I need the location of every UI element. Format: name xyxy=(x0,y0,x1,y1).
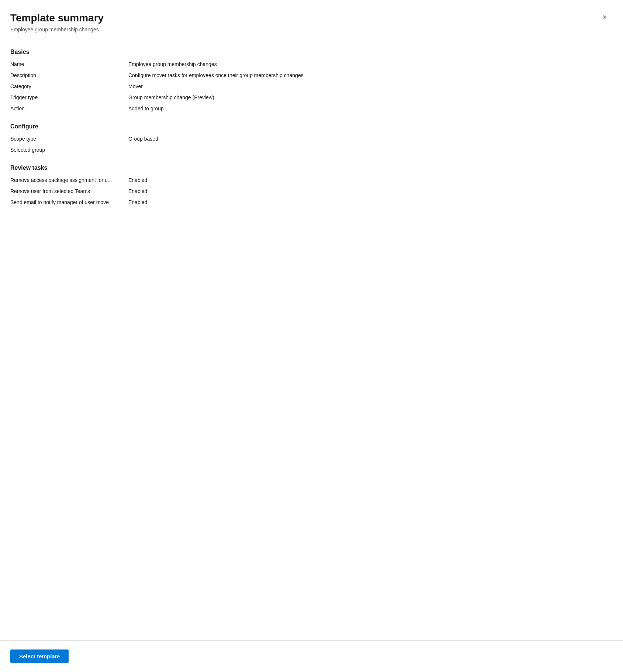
configure-selected-group-row: Selected group xyxy=(10,147,608,153)
basics-category-label: Category xyxy=(10,83,128,89)
configure-scope-type-row: Scope type Group based xyxy=(10,136,608,142)
basics-section: Basics Name Employee group membership ch… xyxy=(10,49,608,111)
basics-description-value: Configure mover tasks for employees once… xyxy=(128,72,608,78)
basics-name-label: Name xyxy=(10,61,128,67)
basics-trigger-type-label: Trigger type xyxy=(10,94,128,100)
configure-scope-type-value: Group based xyxy=(128,136,608,142)
review-tasks-remove-teams-label: Remove user from selected Teams xyxy=(10,188,128,194)
configure-section: Configure Scope type Group based Selecte… xyxy=(10,123,608,153)
review-tasks-remove-access-value: Enabled xyxy=(128,177,608,183)
basics-trigger-type-value: Group membership change (Preview) xyxy=(128,94,608,100)
review-tasks-remove-access-row: Remove access package assignment for u..… xyxy=(10,177,608,183)
close-button[interactable]: × xyxy=(598,10,611,24)
basics-section-title: Basics xyxy=(10,49,608,55)
review-tasks-send-email-row: Send email to notify manager of user mov… xyxy=(10,199,608,205)
basics-action-label: Action xyxy=(10,106,128,111)
basics-action-value: Added to group xyxy=(128,106,608,111)
review-tasks-send-email-value: Enabled xyxy=(128,199,608,205)
panel-content: Basics Name Employee group membership ch… xyxy=(0,40,623,640)
review-tasks-section: Review tasks Remove access package assig… xyxy=(10,165,608,205)
configure-scope-type-label: Scope type xyxy=(10,136,128,142)
basics-action-row: Action Added to group xyxy=(10,106,608,111)
configure-selected-group-label: Selected group xyxy=(10,147,128,153)
panel-footer: Select template xyxy=(0,640,623,672)
review-tasks-send-email-label: Send email to notify manager of user mov… xyxy=(10,199,128,205)
basics-name-row: Name Employee group membership changes xyxy=(10,61,608,67)
template-summary-panel: Template summary Employee group membersh… xyxy=(0,0,623,672)
basics-category-row: Category Mover xyxy=(10,83,608,89)
panel-subtitle: Employee group membership changes xyxy=(10,27,608,32)
select-template-button[interactable]: Select template xyxy=(10,649,69,663)
basics-trigger-type-row: Trigger type Group membership change (Pr… xyxy=(10,94,608,100)
basics-name-value: Employee group membership changes xyxy=(128,61,608,67)
basics-description-row: Description Configure mover tasks for em… xyxy=(10,72,608,78)
panel-title: Template summary xyxy=(10,12,608,24)
review-tasks-remove-teams-row: Remove user from selected Teams Enabled xyxy=(10,188,608,194)
basics-category-value: Mover xyxy=(128,83,608,89)
review-tasks-remove-teams-value: Enabled xyxy=(128,188,608,194)
review-tasks-section-title: Review tasks xyxy=(10,165,608,171)
configure-section-title: Configure xyxy=(10,123,608,130)
basics-description-label: Description xyxy=(10,72,128,78)
panel-header: Template summary Employee group membersh… xyxy=(0,0,623,40)
review-tasks-remove-access-label: Remove access package assignment for u..… xyxy=(10,177,128,183)
